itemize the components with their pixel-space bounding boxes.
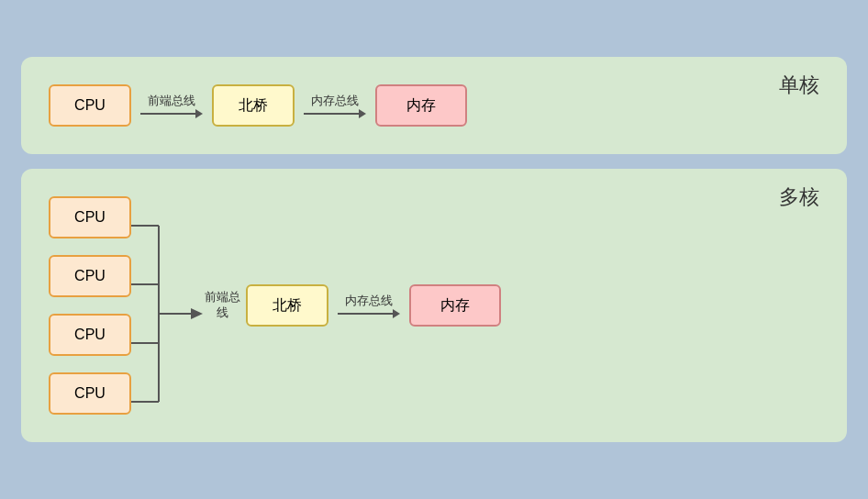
single-mem-bus-label: 内存总线 — [311, 93, 359, 109]
multi-bus-connector-svg — [131, 205, 205, 406]
single-cpu-box: CPU — [49, 84, 131, 127]
cpu-column: CPU CPU CPU CPU — [49, 196, 131, 415]
single-front-bus-arrow — [140, 109, 203, 118]
single-core-title: 单核 — [779, 72, 819, 99]
single-core-row: CPU 前端总线 北桥 内存总线 内存 — [49, 84, 819, 127]
multi-bridge-box: 北桥 — [246, 284, 328, 327]
multi-cpu-box-0: CPU — [49, 196, 131, 238]
multi-front-bus-label-group: 前端总线 — [205, 290, 240, 321]
multi-cpu-label-1: CPU — [74, 268, 106, 284]
multi-cpu-box-2: CPU — [49, 314, 131, 356]
multi-cpu-box-1: CPU — [49, 255, 131, 297]
multi-bridge-label: 北桥 — [273, 296, 302, 316]
multi-mem-bus-arrow — [338, 309, 400, 318]
multi-cpu-label-3: CPU — [74, 385, 106, 402]
single-memory-label: 内存 — [406, 96, 436, 116]
multi-cpu-label-2: CPU — [74, 327, 106, 343]
single-mem-bus-arrow — [304, 109, 366, 118]
single-core-container: 单核 CPU 前端总线 北桥 内存总线 内存 — [21, 57, 847, 154]
multi-mem-bus: 内存总线 — [338, 293, 400, 318]
single-front-bus: 前端总线 — [140, 93, 203, 118]
single-front-bus-label: 前端总线 — [148, 93, 195, 109]
multi-front-bus-label: 前端总线 — [205, 290, 240, 321]
multi-memory-label: 内存 — [440, 296, 470, 316]
multi-cpu-label-0: CPU — [74, 209, 106, 226]
single-cpu-label: CPU — [74, 97, 106, 114]
multi-cpu-box-3: CPU — [49, 372, 131, 415]
multi-core-layout: CPU CPU CPU CPU — [49, 196, 819, 415]
multi-mem-bus-label: 内存总线 — [345, 293, 393, 309]
single-memory-box: 内存 — [375, 84, 467, 127]
multi-core-container: 多核 CPU CPU CPU CPU — [21, 169, 847, 442]
multi-memory-box: 内存 — [409, 284, 501, 327]
multi-right-section: 前端总线 北桥 内存总线 内存 — [205, 284, 501, 327]
single-mem-bus: 内存总线 — [304, 93, 366, 118]
single-bridge-box: 北桥 — [212, 84, 295, 127]
multi-core-title: 多核 — [779, 183, 819, 211]
svg-marker-6 — [191, 308, 203, 319]
single-bridge-label: 北桥 — [239, 96, 268, 116]
